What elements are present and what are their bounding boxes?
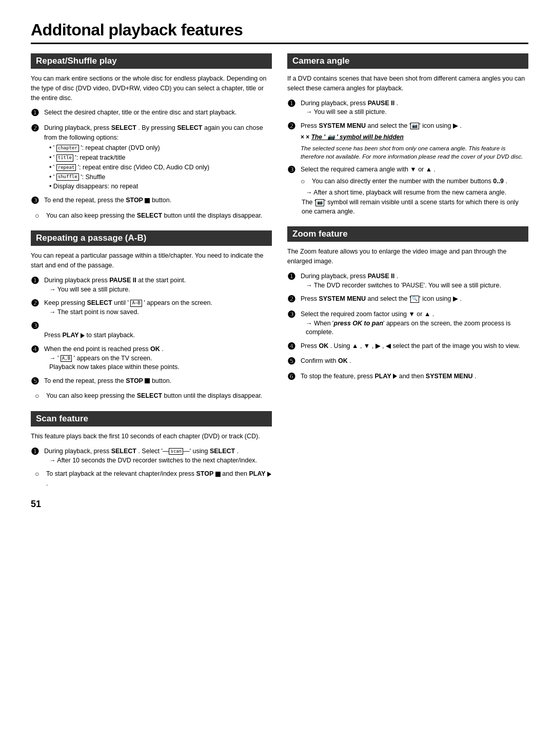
left-column: Repeat/Shuffle play You can mark entire … <box>31 53 272 510</box>
cam-step-num-3: ❸ <box>287 165 299 176</box>
camera-step-1: ❶ During playback, press PAUSE II . You … <box>287 99 528 117</box>
zoom-step-1-arrow: The DVD recorder switches to 'PAUSE'. Yo… <box>306 281 528 290</box>
camera-icon-2: 📷 <box>315 199 324 206</box>
repeating-substep-content: You can also keep pressing the SELECT bu… <box>46 391 272 401</box>
stop-icon-scan <box>215 472 221 477</box>
step-number-1: ❶ <box>31 108 42 119</box>
repeat-shuffle-header: Repeat/Shuffle play <box>31 53 272 69</box>
repeating-passage-section: Repeating a passage (A-B) You can repeat… <box>31 230 272 401</box>
scan-step-num-1: ❶ <box>31 447 42 458</box>
zoom-step-3-content: Select the required zoom factor using ▼ … <box>301 309 528 337</box>
repeating-step-1-content: During playback press PAUSE II at the st… <box>44 276 272 294</box>
scan-substep-content: To start playback at the relevant chapte… <box>46 469 272 489</box>
zoom-step-4-content: Press OK . Using ▲ , ▼ , ▶ , ◀ select th… <box>301 341 528 351</box>
play-icon-3 <box>81 333 85 338</box>
repeat-option-display: Display disappears: no repeat <box>49 182 272 191</box>
scan-header: Scan feature <box>31 411 272 427</box>
camera-intro: If a DVD contains scenes that have been … <box>287 74 528 93</box>
rep-step-num-1: ❶ <box>31 276 42 287</box>
cam-step-num-1: ❶ <box>287 99 299 110</box>
repeat-substep-content: You can also keep pressing the SELECT bu… <box>46 211 272 221</box>
repeating-step-4-text2: Playback now takes place within these po… <box>49 363 272 372</box>
page-title: Additonal playback features <box>31 21 528 40</box>
repeating-step-5-content: To end the repeat, press the STOP button… <box>44 376 272 386</box>
zoom-step-6-content: To stop the feature, press PLAY and then… <box>301 372 528 381</box>
o-bullet: ○ <box>35 211 44 220</box>
zoom-step-num-1: ❶ <box>287 272 299 283</box>
stop-icon <box>145 198 150 203</box>
o-bullet-2: ○ <box>35 391 44 400</box>
page-number: 51 <box>31 499 272 510</box>
zoom-step-4: ❹ Press OK . Using ▲ , ▼ , ▶ , ◀ select … <box>287 341 528 353</box>
camera-section: Camera angle If a DVD contains scenes th… <box>287 53 528 216</box>
cam-step-num-2: ❷ <box>287 121 299 132</box>
zoom-step-5: ❺ Confirm with OK . <box>287 356 528 367</box>
o-bullet-scan: ○ <box>35 469 44 478</box>
rep-step-num-2: ❷ <box>31 298 42 309</box>
o-bullet-cam: ○ <box>301 177 310 186</box>
repeating-step-1: ❶ During playback press PAUSE II at the … <box>31 276 272 294</box>
rep-step-num-5: ❺ <box>31 376 42 387</box>
repeating-step-2-arrow: The start point is now saved. <box>49 308 272 317</box>
repeat-step-3-content: To end the repeat, press the STOP button… <box>44 196 272 205</box>
camera-header: Camera angle <box>287 53 528 69</box>
scan-substep-o: ○ To start playback at the relevant chap… <box>35 469 272 489</box>
repeating-step-3-content: Press PLAY to start playback. <box>44 321 272 340</box>
step-number-3: ❸ <box>31 196 42 207</box>
repeat-option-repeat: ' repeat ': repeat entire disc (Video CD… <box>49 163 272 172</box>
repeating-step-4-arrow: ' A,B ' appears on the TV screen. <box>49 354 272 363</box>
repeating-step-4-content: When the end point is reached press OK .… <box>44 344 272 372</box>
play-icon-zoom <box>393 374 397 379</box>
zoom-step-num-3: ❸ <box>287 309 299 321</box>
repeating-step-5: ❺ To end the repeat, press the STOP butt… <box>31 376 272 387</box>
title-divider <box>31 43 528 44</box>
repeat-step-2-content: During playback, press SELECT . By press… <box>44 123 272 191</box>
main-content: Repeat/Shuffle play You can mark entire … <box>31 53 528 510</box>
zoom-step-5-content: Confirm with OK . <box>301 356 528 366</box>
repeating-intro: You can repeat a particular passage with… <box>31 251 272 270</box>
zoom-step-3: ❸ Select the required zoom factor using … <box>287 309 528 337</box>
zoom-step-1: ❶ During playback, press PAUSE II . The … <box>287 272 528 290</box>
camera-step-2: ❷ Press SYSTEM MENU and select the '📷' i… <box>287 121 528 161</box>
repeat-option-chapter: ' chapter ': repeat chapter (DVD only) <box>49 143 272 153</box>
repeat-step-3: ❸ To end the repeat, press the STOP butt… <box>31 196 272 207</box>
zoom-icon: 🔍 <box>410 296 419 303</box>
zoom-step-2: ❷ Press SYSTEM MENU and select the '🔍' i… <box>287 294 528 305</box>
camera-step-3-arrow1: After a short time, playback will resume… <box>306 188 528 198</box>
scan-intro: This feature plays back the first 10 sec… <box>31 432 272 441</box>
repeat-options-list: ' chapter ': repeat chapter (DVD only) '… <box>49 143 272 191</box>
repeating-step-1-arrow: You will see a still picture. <box>49 285 272 295</box>
camera-step-3-content: Select the required camera angle with ▼ … <box>301 165 528 216</box>
scan-step-1: ❶ During playback, press SELECT . Select… <box>31 447 272 465</box>
zoom-step-6: ❻ To stop the feature, press PLAY and th… <box>287 372 528 383</box>
right-column: Camera angle If a DVD contains scenes th… <box>287 53 528 510</box>
zoom-step-num-5: ❺ <box>287 356 299 367</box>
repeat-shuffle-section: Repeat/Shuffle play You can mark entire … <box>31 53 272 220</box>
repeat-substep-o: ○ You can also keep pressing the SELECT … <box>35 211 272 221</box>
scan-step-1-content: During playback, press SELECT . Select '… <box>44 447 272 465</box>
camera-step-3-sub-text: You can also directly enter the number w… <box>312 177 507 186</box>
rep-step-num-4: ❹ <box>31 344 42 356</box>
zoom-section: Zoom feature The Zoom feature allows you… <box>287 226 528 382</box>
repeat-step-1: ❶ Select the desired chapter, title or t… <box>31 108 272 119</box>
repeat-option-shuffle: ' shuffle ': Shuffle <box>49 172 272 182</box>
rep-step-num-3: ❸ <box>31 321 42 332</box>
zoom-step-num-4: ❹ <box>287 341 299 353</box>
zoom-step-2-content: Press SYSTEM MENU and select the '🔍' ico… <box>301 294 528 304</box>
repeating-step-4: ❹ When the end point is reached press OK… <box>31 344 272 372</box>
scan-section: Scan feature This feature plays back the… <box>31 411 272 489</box>
zoom-step-1-content: During playback, press PAUSE II . The DV… <box>301 272 528 290</box>
camera-step-3: ❸ Select the required camera angle with … <box>287 165 528 216</box>
scan-step-1-arrow: After 10 seconds the DVD recorder switch… <box>49 456 272 466</box>
repeat-option-title: ' title ': repeat track/title <box>49 153 272 163</box>
camera-note-italic: The selected scene has been shot from on… <box>301 144 528 161</box>
repeat-step-1-content: Select the desired chapter, title or the… <box>44 108 272 118</box>
repeating-substep-o: ○ You can also keep pressing the SELECT … <box>35 391 272 401</box>
repeating-header: Repeating a passage (A-B) <box>31 230 272 246</box>
play-icon-scan <box>267 472 271 477</box>
repeat-step-2: ❷ During playback, press SELECT . By pre… <box>31 123 272 191</box>
camera-step-2-content: Press SYSTEM MENU and select the '📷' ico… <box>301 121 528 161</box>
repeating-step-3: ❸ Press PLAY to start playback. <box>31 321 272 340</box>
zoom-header: Zoom feature <box>287 226 528 242</box>
zoom-intro: The Zoom feature allows you to enlarge t… <box>287 247 528 266</box>
